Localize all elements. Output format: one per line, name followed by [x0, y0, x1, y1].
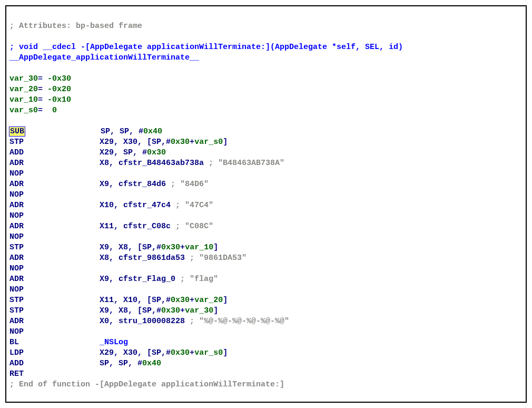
mnemonic: NOP: [9, 190, 24, 199]
var-ref: var_30: [185, 306, 213, 315]
operands: X10,: [100, 201, 123, 210]
gap: [24, 275, 100, 284]
empty-line: [9, 63, 523, 74]
mnemonic: ADR: [9, 254, 24, 263]
mnemonic: RET: [9, 370, 24, 378]
hash: #: [166, 348, 171, 357]
mnemonic: ADR: [9, 275, 24, 284]
mnemonic: NOP: [9, 169, 24, 178]
operands: X8,: [100, 254, 119, 263]
mnemonic: BL: [9, 338, 19, 347]
hash: #: [166, 138, 171, 147]
operands: X11,: [100, 222, 123, 231]
var-ref: var_s0: [194, 138, 223, 147]
mnemonic: NOP: [9, 285, 24, 294]
number: 0x30: [171, 348, 190, 357]
asm-line[interactable]: ADR X8, cfstr_B48463ab738a ; "B48463AB73…: [9, 158, 523, 169]
var-def: var_20= -0x20: [9, 84, 523, 95]
mnemonic: ADR: [9, 222, 24, 231]
operands: X9,: [100, 180, 119, 189]
hash: #: [156, 243, 161, 252]
gap: [24, 348, 100, 357]
asm-line[interactable]: LDP X29, X30, [SP,#0x30+var_s0]: [9, 348, 523, 358]
mnemonic: STP: [9, 138, 24, 147]
var-ref: var_10: [185, 243, 213, 252]
plus: +: [190, 296, 194, 305]
asm-line[interactable]: STP X29, X30, [SP,#0x30+var_s0]: [9, 137, 523, 148]
asm-line[interactable]: ADR X0, stru_100008228 ; "%@-%@-%@-%@-%@…: [9, 316, 523, 327]
gap: [24, 317, 100, 326]
var-ref: var_20: [194, 296, 223, 305]
hash: #: [166, 296, 171, 305]
asm-line[interactable]: STP X9, X8, [SP,#0x30+var_10]: [9, 242, 523, 253]
string-comment: ; "flag": [180, 275, 218, 284]
mnemonic: LDP: [9, 348, 24, 357]
asm-line[interactable]: STP X9, X8, [SP,#0x30+var_30]: [9, 306, 523, 316]
hash: #: [139, 127, 143, 136]
var-name: var_20: [9, 85, 38, 94]
close-bracket: ]: [223, 296, 228, 305]
symbol: cfstr_Flag_0: [119, 275, 180, 284]
number: 0x30: [161, 243, 180, 252]
declaration-comment: ; void __cdecl -[AppDelegate application…: [9, 42, 523, 53]
operands: X29, X30, [SP,: [100, 138, 166, 147]
string-comment: ; "9861DA53": [190, 254, 247, 263]
gap: [25, 127, 101, 136]
number: 0x40: [142, 359, 161, 368]
asm-line[interactable]: ADD X29, SP, #0x30: [9, 148, 523, 158]
asm-line[interactable]: SUB SP, SP, #0x40: [9, 127, 523, 137]
mnemonic: ADR: [9, 159, 24, 168]
symbol: cfstr_B48463ab738a: [119, 159, 209, 168]
asm-line[interactable]: NOP: [9, 211, 523, 221]
gap: [24, 138, 100, 147]
asm-line[interactable]: ADR X8, cfstr_9861da53 ; "9861DA53": [9, 253, 523, 264]
empty-line: [9, 32, 523, 42]
asm-line[interactable]: ADD SP, SP, #0x40: [9, 358, 523, 369]
gap: [24, 159, 100, 168]
asm-line[interactable]: BL _NSLog: [9, 337, 523, 348]
mnemonic: ADD: [9, 148, 24, 157]
number: 0x30: [171, 296, 190, 305]
hash: #: [142, 148, 147, 157]
asm-line[interactable]: NOP: [9, 232, 523, 242]
asm-line[interactable]: NOP: [9, 285, 523, 295]
plus: +: [180, 243, 185, 252]
asm-line[interactable]: NOP: [9, 327, 523, 337]
gap: [24, 243, 100, 252]
operands: X29, X30, [SP,: [100, 348, 166, 357]
number: 0x30: [161, 306, 180, 315]
asm-line[interactable]: NOP: [9, 190, 523, 200]
string-comment: ; "47C4": [175, 201, 213, 210]
asm-line[interactable]: STP X11, X10, [SP,#0x30+var_20]: [9, 295, 523, 306]
var-eq: =: [38, 106, 52, 115]
operands: X9,: [100, 275, 119, 284]
var-ref: var_s0: [194, 348, 223, 357]
call-target: _NSLog: [100, 338, 128, 347]
gap: [24, 306, 100, 315]
end-comment: ; End of function -[AppDelegate applicat…: [9, 380, 523, 390]
close-bracket: ]: [223, 138, 228, 147]
function-label: __AppDelegate_applicationWillTerminate__: [9, 53, 523, 63]
disassembly-frame: ; Attributes: bp-based frame ; void __cd…: [5, 5, 527, 403]
string-comment: ; "84D6": [171, 180, 209, 189]
var-val: -0x30: [47, 74, 71, 83]
gap: [24, 148, 100, 157]
var-eq: =: [38, 74, 47, 83]
asm-line[interactable]: ADR X10, cfstr_47c4 ; "47C4": [9, 200, 523, 211]
string-comment: ; "%@-%@-%@-%@-%@-%@": [190, 317, 289, 326]
plus: +: [190, 138, 194, 147]
asm-line[interactable]: ADR X11, cfstr_C08c ; "C08C": [9, 221, 523, 232]
asm-line[interactable]: NOP: [9, 264, 523, 274]
operands: X11, X10, [SP,: [100, 296, 166, 305]
operands: SP, SP,: [100, 359, 137, 368]
mnemonic: STP: [9, 296, 24, 305]
mnemonic: NOP: [9, 232, 24, 241]
asm-line[interactable]: RET: [9, 369, 523, 380]
number: 0x30: [147, 148, 166, 157]
mnemonic: NOP: [9, 327, 24, 336]
asm-line[interactable]: NOP: [9, 169, 523, 179]
operands: X29, SP,: [100, 148, 142, 157]
number: 0x40: [143, 127, 162, 136]
asm-line[interactable]: ADR X9, cfstr_Flag_0 ; "flag": [9, 274, 523, 285]
asm-line[interactable]: ADR X9, cfstr_84d6 ; "84D6": [9, 179, 523, 190]
